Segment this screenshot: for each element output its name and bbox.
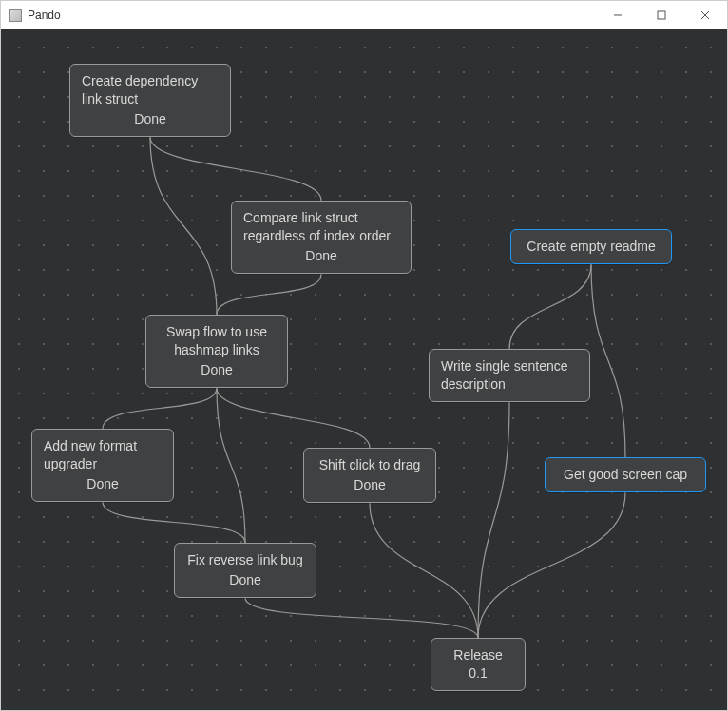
node-status: Done: [316, 476, 424, 494]
edge: [370, 503, 478, 638]
edge: [591, 264, 625, 457]
titlebar[interactable]: Pando: [1, 1, 727, 29]
node-label: Create dependency link struct: [82, 73, 198, 106]
node-label: Shift click to drag: [319, 457, 421, 472]
node-label: Fix reverse link bug: [187, 552, 302, 567]
node-label: Release 0.1: [453, 647, 502, 681]
node-release[interactable]: Release 0.1: [431, 638, 526, 691]
graph-canvas[interactable]: Create dependency link structDoneCompare…: [1, 29, 727, 710]
node-swap-flow[interactable]: Swap flow to use hashmap linksDone: [145, 315, 288, 388]
edge: [478, 402, 509, 638]
node-label: Create empty readme: [527, 239, 655, 254]
node-label: Swap flow to use hashmap links: [166, 324, 267, 357]
edge: [103, 388, 217, 429]
edge: [509, 264, 591, 349]
node-status: Done: [243, 247, 399, 265]
node-label: Write single sentence description: [441, 358, 568, 392]
edge: [217, 388, 245, 543]
window-title: Pando: [28, 9, 596, 22]
node-status: Done: [186, 571, 304, 589]
svg-rect-1: [658, 11, 665, 19]
node-create-dep-link[interactable]: Create dependency link structDone: [69, 64, 231, 137]
edge: [478, 492, 625, 638]
node-label: Compare link struct regardless of index …: [243, 210, 391, 243]
edge: [245, 598, 478, 638]
node-create-readme[interactable]: Create empty readme: [510, 229, 672, 264]
close-button[interactable]: [683, 1, 727, 29]
node-status: Done: [82, 110, 219, 128]
edge: [150, 137, 217, 315]
app-window: Pando Create dependency link structDoneC…: [0, 0, 728, 711]
node-compare-link[interactable]: Compare link struct regardless of index …: [231, 201, 412, 274]
node-add-upgrader[interactable]: Add new format upgraderDone: [31, 429, 174, 502]
edge: [103, 502, 245, 543]
node-label: Add new format upgrader: [44, 438, 137, 471]
edge: [150, 137, 321, 201]
app-icon: [9, 9, 22, 22]
node-fix-reverse[interactable]: Fix reverse link bugDone: [174, 543, 316, 598]
edge: [217, 388, 370, 448]
node-screen-cap[interactable]: Get good screen cap: [545, 457, 706, 492]
node-shift-click[interactable]: Shift click to dragDone: [303, 448, 436, 503]
minimize-button[interactable]: [596, 1, 640, 29]
node-write-desc[interactable]: Write single sentence description: [429, 349, 590, 402]
node-status: Done: [158, 361, 276, 379]
edge: [217, 274, 321, 315]
node-status: Done: [44, 475, 162, 493]
maximize-button[interactable]: [640, 1, 683, 29]
node-label: Get good screen cap: [564, 467, 687, 482]
